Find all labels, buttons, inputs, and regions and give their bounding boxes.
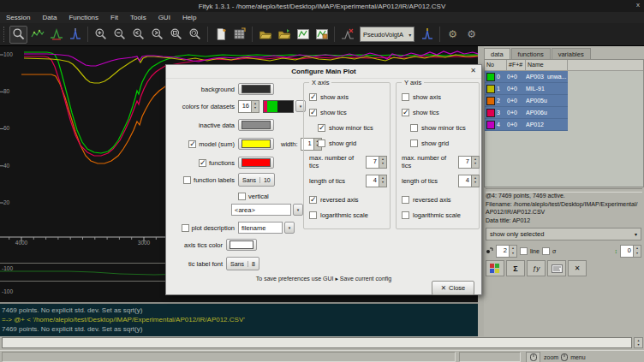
spinner-arrows[interactable]: ▴▾ — [379, 175, 386, 187]
table-row[interactable]: 2 0+0 AP005u — [485, 95, 568, 107]
sigma-label: σ — [552, 248, 556, 254]
model-color-button[interactable] — [238, 138, 274, 150]
tab-variables[interactable]: variables — [552, 48, 591, 59]
spinner-arrows[interactable]: ▴▾ — [471, 175, 479, 187]
menu-functions[interactable]: Functions — [63, 14, 104, 21]
sum-button[interactable]: Σ — [506, 260, 525, 276]
y-len-tics-spinner[interactable]: 4 ▴▾ — [458, 175, 480, 187]
x-show-axis-checkbox[interactable] — [309, 93, 317, 101]
background-color-button[interactable] — [238, 83, 274, 95]
add-function-mode-button[interactable] — [66, 26, 84, 44]
table-row[interactable]: 3 0+0 AP006u — [485, 107, 568, 119]
tab-functions[interactable]: functions — [511, 48, 551, 59]
y-max-tics-spinner[interactable]: 7 ▴▾ — [458, 156, 480, 169]
y-show-tics-checkbox[interactable] — [402, 109, 409, 116]
menu-session[interactable]: Session — [0, 14, 36, 21]
zoom-mode-button[interactable] — [9, 26, 27, 44]
spinner-arrows[interactable]: ▴▾ — [471, 157, 479, 168]
table-row[interactable]: 1 0+0 MIL-91 — [485, 83, 568, 95]
log-script-button[interactable] — [212, 26, 230, 44]
dialog-close-button[interactable]: ✕ — [470, 67, 476, 74]
edit-data-icon: ƒy — [533, 264, 540, 272]
zoom-left-button[interactable] — [129, 26, 147, 44]
col-name[interactable]: Name — [526, 60, 568, 70]
window-close-button[interactable]: x — [636, 1, 640, 9]
inactive-color-button[interactable] — [238, 119, 274, 131]
peak-type-dropdown[interactable]: PseudoVoigtA ▾ — [360, 27, 414, 42]
shift-spinner[interactable]: 0 ▴▾ — [620, 245, 641, 258]
run-script-button[interactable] — [547, 260, 566, 276]
delete-button[interactable]: ✕ — [568, 260, 587, 276]
run-fit-button[interactable]: ⚙ — [444, 26, 462, 44]
menu-fit[interactable]: Fit — [104, 14, 124, 21]
save-plot-image-button[interactable] — [294, 26, 312, 44]
line-checkbox[interactable] — [520, 247, 528, 255]
axis-tics-color-button[interactable] — [226, 239, 257, 251]
function-labels-checkbox[interactable] — [183, 176, 191, 184]
zoom-out-button[interactable] — [110, 26, 128, 44]
zoom-all-button[interactable] — [167, 26, 185, 44]
spinner-arrows[interactable]: ▴▾ — [633, 246, 641, 257]
x-log-checkbox[interactable] — [309, 211, 317, 219]
spinner-arrows[interactable]: ▴▾ — [379, 157, 386, 168]
y-log-checkbox[interactable] — [402, 211, 409, 219]
menu-data[interactable]: Data — [36, 14, 63, 21]
dataset-colors-strip[interactable] — [263, 100, 294, 113]
configure-plot-button[interactable] — [313, 26, 331, 44]
vertical-checkbox[interactable] — [238, 193, 246, 200]
input-history-spinner[interactable]: ▴▾ — [634, 337, 643, 348]
data-manipulation-button[interactable] — [230, 26, 248, 44]
x-show-minor-tics-checkbox[interactable] — [318, 124, 325, 132]
edit-data-button[interactable]: ƒy — [527, 260, 546, 276]
y-show-minor-tics-checkbox[interactable] — [410, 124, 418, 132]
plot-description-checkbox[interactable] — [182, 224, 189, 232]
model-checkbox[interactable] — [188, 140, 196, 148]
function-labels-font-button[interactable]: Sans 10 — [238, 173, 275, 187]
plot-description-dropdown-button[interactable]: ▾ — [284, 222, 295, 234]
x-max-tics-spinner[interactable]: 7 ▴▾ — [366, 156, 387, 169]
output-console[interactable]: 7469 points. No explicit std. dev. Set a… — [0, 302, 478, 336]
tic-label-font-button[interactable]: Sans 8 — [226, 257, 259, 270]
command-input[interactable] — [2, 337, 632, 348]
model-swatch — [242, 139, 271, 148]
spinner-arrows[interactable]: ▴▾ — [509, 246, 516, 257]
x-show-tics-checkbox[interactable] — [309, 109, 317, 116]
sigma-checkbox[interactable] — [542, 247, 550, 255]
zoom-right-button[interactable] — [148, 26, 166, 44]
dialog-close-action-button[interactable]: ✕ Close — [432, 281, 474, 295]
open-data-as-button[interactable] — [275, 26, 293, 44]
add-peak-mode-button[interactable] — [47, 26, 65, 44]
y-show-grid-checkbox[interactable] — [410, 139, 418, 147]
colors-count-spinner[interactable]: 16 ▴▾ — [238, 100, 259, 113]
table-row[interactable]: 4 0+0 AP012 — [485, 119, 568, 131]
y-show-axis-checkbox[interactable] — [402, 93, 409, 101]
status-mouse-button[interactable] — [526, 352, 540, 362]
menu-tools[interactable]: Tools — [124, 14, 152, 21]
x-len-tics-spinner[interactable]: 4 ▴▾ — [366, 175, 387, 187]
table-row[interactable]: 0 0+0 AP003_unwa... — [485, 71, 568, 83]
show-filter-dropdown[interactable]: show only selected ▾ — [486, 228, 641, 240]
functions-checkbox[interactable] — [199, 159, 206, 167]
x-show-grid-checkbox[interactable] — [318, 139, 325, 147]
y-reversed-checkbox[interactable] — [402, 196, 409, 204]
define-peak-button[interactable] — [338, 26, 356, 44]
zoom-in-button[interactable] — [92, 26, 110, 44]
label-format-combo[interactable]: <area> — [231, 204, 291, 216]
col-ff[interactable]: #F+# — [507, 60, 526, 70]
data-range-mode-button[interactable] — [28, 26, 46, 44]
tab-data[interactable]: data — [484, 48, 510, 59]
functions-color-button[interactable] — [238, 157, 274, 169]
menu-gui[interactable]: GUI — [152, 14, 176, 21]
menu-help[interactable]: Help — [176, 14, 202, 21]
point-size-spinner[interactable]: 2 ▴▾ — [496, 245, 517, 258]
col-no[interactable]: No — [485, 60, 507, 70]
color-palette-button[interactable] — [486, 260, 504, 276]
zoom-previous-button[interactable] — [186, 26, 204, 44]
auto-add-peak-button[interactable] — [418, 26, 436, 44]
plot-description-combo[interactable]: filename — [238, 222, 283, 234]
open-data-button[interactable] — [256, 26, 274, 44]
spinner-arrows[interactable]: ▴▾ — [251, 101, 259, 112]
x-reversed-checkbox[interactable] — [309, 196, 317, 204]
fit-options-button[interactable]: ⚙ — [462, 26, 480, 44]
label-format-dropdown-button[interactable]: ▾ — [293, 204, 303, 216]
